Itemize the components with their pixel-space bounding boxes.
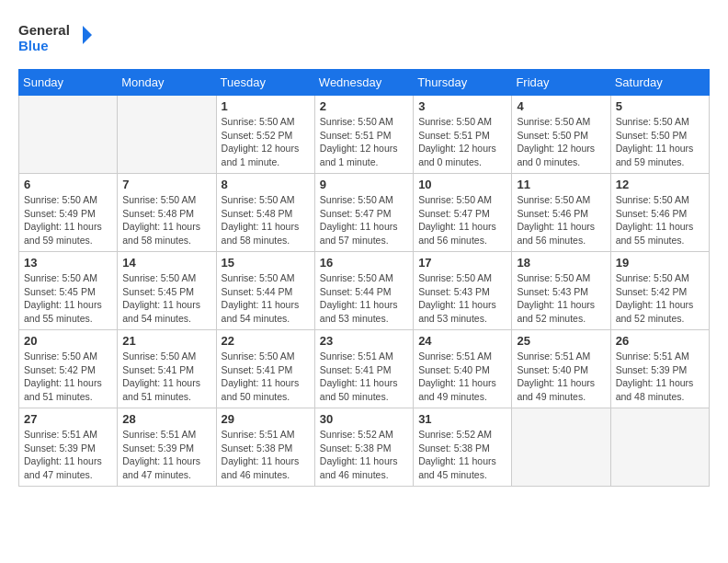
calendar-cell: 25Sunrise: 5:51 AM Sunset: 5:40 PM Dayli… bbox=[512, 330, 610, 408]
day-number: 9 bbox=[320, 178, 408, 191]
calendar-cell: 18Sunrise: 5:50 AM Sunset: 5:43 PM Dayli… bbox=[512, 252, 610, 330]
day-of-week-header: Monday bbox=[118, 70, 216, 96]
calendar-cell: 1Sunrise: 5:50 AM Sunset: 5:52 PM Daylig… bbox=[216, 96, 314, 174]
day-number: 30 bbox=[320, 412, 408, 426]
day-info: Sunrise: 5:50 AM Sunset: 5:50 PM Dayligh… bbox=[616, 115, 704, 169]
calendar-cell: 3Sunrise: 5:50 AM Sunset: 5:51 PM Daylig… bbox=[414, 96, 512, 174]
day-number: 22 bbox=[222, 334, 310, 348]
week-row: 6Sunrise: 5:50 AM Sunset: 5:49 PM Daylig… bbox=[19, 174, 710, 252]
day-info: Sunrise: 5:52 AM Sunset: 5:38 PM Dayligh… bbox=[320, 428, 408, 482]
week-row: 13Sunrise: 5:50 AM Sunset: 5:45 PM Dayli… bbox=[19, 252, 710, 330]
day-number: 1 bbox=[222, 99, 310, 113]
day-info: Sunrise: 5:51 AM Sunset: 5:39 PM Dayligh… bbox=[24, 428, 112, 482]
logo: General Blue bbox=[18, 18, 92, 60]
day-info: Sunrise: 5:50 AM Sunset: 5:46 PM Dayligh… bbox=[616, 193, 704, 247]
day-info: Sunrise: 5:50 AM Sunset: 5:44 PM Dayligh… bbox=[320, 271, 408, 326]
calendar-cell: 21Sunrise: 5:50 AM Sunset: 5:41 PM Dayli… bbox=[118, 330, 216, 408]
day-info: Sunrise: 5:50 AM Sunset: 5:50 PM Dayligh… bbox=[517, 115, 605, 169]
day-number: 20 bbox=[24, 334, 112, 348]
day-info: Sunrise: 5:50 AM Sunset: 5:42 PM Dayligh… bbox=[24, 350, 112, 404]
calendar-cell: 27Sunrise: 5:51 AM Sunset: 5:39 PM Dayli… bbox=[19, 408, 118, 487]
day-info: Sunrise: 5:50 AM Sunset: 5:43 PM Dayligh… bbox=[418, 271, 506, 326]
calendar-cell: 30Sunrise: 5:52 AM Sunset: 5:38 PM Dayli… bbox=[314, 408, 413, 487]
day-info: Sunrise: 5:51 AM Sunset: 5:40 PM Dayligh… bbox=[517, 350, 605, 404]
day-number: 15 bbox=[222, 256, 310, 270]
day-number: 18 bbox=[517, 256, 605, 270]
calendar-cell: 8Sunrise: 5:50 AM Sunset: 5:48 PM Daylig… bbox=[216, 174, 314, 252]
day-info: Sunrise: 5:50 AM Sunset: 5:41 PM Dayligh… bbox=[222, 350, 310, 404]
calendar: SundayMondayTuesdayWednesdayThursdayFrid… bbox=[18, 69, 710, 487]
day-number: 16 bbox=[320, 256, 408, 270]
logo-svg: General Blue bbox=[18, 18, 92, 60]
calendar-cell: 7Sunrise: 5:50 AM Sunset: 5:48 PM Daylig… bbox=[118, 174, 216, 252]
day-info: Sunrise: 5:50 AM Sunset: 5:51 PM Dayligh… bbox=[418, 115, 506, 169]
day-info: Sunrise: 5:50 AM Sunset: 5:51 PM Dayligh… bbox=[320, 115, 408, 169]
svg-marker-2 bbox=[83, 26, 92, 44]
day-number: 21 bbox=[122, 334, 210, 348]
day-info: Sunrise: 5:50 AM Sunset: 5:47 PM Dayligh… bbox=[418, 193, 506, 247]
day-number: 11 bbox=[517, 178, 605, 191]
day-info: Sunrise: 5:51 AM Sunset: 5:39 PM Dayligh… bbox=[122, 428, 210, 482]
day-number: 26 bbox=[616, 334, 704, 348]
day-number: 31 bbox=[418, 412, 506, 426]
day-of-week-header: Sunday bbox=[19, 70, 118, 96]
calendar-cell: 29Sunrise: 5:51 AM Sunset: 5:38 PM Dayli… bbox=[216, 408, 314, 487]
day-of-week-header: Thursday bbox=[414, 70, 512, 96]
day-info: Sunrise: 5:51 AM Sunset: 5:40 PM Dayligh… bbox=[418, 350, 506, 404]
calendar-cell bbox=[118, 96, 216, 174]
day-info: Sunrise: 5:50 AM Sunset: 5:45 PM Dayligh… bbox=[122, 271, 210, 326]
svg-text:General: General bbox=[18, 22, 70, 38]
day-number: 2 bbox=[320, 99, 408, 113]
day-of-week-header: Tuesday bbox=[216, 70, 314, 96]
calendar-cell: 5Sunrise: 5:50 AM Sunset: 5:50 PM Daylig… bbox=[610, 96, 709, 174]
day-number: 7 bbox=[122, 178, 210, 191]
day-info: Sunrise: 5:51 AM Sunset: 5:38 PM Dayligh… bbox=[222, 428, 310, 482]
calendar-cell: 23Sunrise: 5:51 AM Sunset: 5:41 PM Dayli… bbox=[314, 330, 413, 408]
calendar-cell: 22Sunrise: 5:50 AM Sunset: 5:41 PM Dayli… bbox=[216, 330, 314, 408]
calendar-cell: 2Sunrise: 5:50 AM Sunset: 5:51 PM Daylig… bbox=[314, 96, 413, 174]
calendar-cell: 9Sunrise: 5:50 AM Sunset: 5:47 PM Daylig… bbox=[314, 174, 413, 252]
calendar-cell bbox=[610, 408, 709, 487]
day-number: 29 bbox=[222, 412, 310, 426]
day-number: 23 bbox=[320, 334, 408, 348]
calendar-cell: 19Sunrise: 5:50 AM Sunset: 5:42 PM Dayli… bbox=[610, 252, 709, 330]
week-row: 20Sunrise: 5:50 AM Sunset: 5:42 PM Dayli… bbox=[19, 330, 710, 408]
day-info: Sunrise: 5:50 AM Sunset: 5:41 PM Dayligh… bbox=[122, 350, 210, 404]
calendar-cell: 26Sunrise: 5:51 AM Sunset: 5:39 PM Dayli… bbox=[610, 330, 709, 408]
day-number: 3 bbox=[418, 99, 506, 113]
calendar-cell: 6Sunrise: 5:50 AM Sunset: 5:49 PM Daylig… bbox=[19, 174, 118, 252]
day-info: Sunrise: 5:50 AM Sunset: 5:52 PM Dayligh… bbox=[222, 115, 310, 169]
calendar-cell bbox=[512, 408, 610, 487]
day-info: Sunrise: 5:50 AM Sunset: 5:44 PM Dayligh… bbox=[222, 271, 310, 326]
calendar-cell: 4Sunrise: 5:50 AM Sunset: 5:50 PM Daylig… bbox=[512, 96, 610, 174]
calendar-cell: 17Sunrise: 5:50 AM Sunset: 5:43 PM Dayli… bbox=[414, 252, 512, 330]
day-number: 19 bbox=[616, 256, 704, 270]
day-info: Sunrise: 5:50 AM Sunset: 5:42 PM Dayligh… bbox=[616, 271, 704, 326]
day-info: Sunrise: 5:50 AM Sunset: 5:43 PM Dayligh… bbox=[517, 271, 605, 326]
calendar-cell: 10Sunrise: 5:50 AM Sunset: 5:47 PM Dayli… bbox=[414, 174, 512, 252]
day-info: Sunrise: 5:50 AM Sunset: 5:47 PM Dayligh… bbox=[320, 193, 408, 247]
day-number: 4 bbox=[517, 99, 605, 113]
days-header-row: SundayMondayTuesdayWednesdayThursdayFrid… bbox=[19, 70, 710, 96]
day-of-week-header: Saturday bbox=[610, 70, 709, 96]
day-number: 27 bbox=[24, 412, 112, 426]
day-number: 10 bbox=[418, 178, 506, 191]
day-info: Sunrise: 5:51 AM Sunset: 5:41 PM Dayligh… bbox=[320, 350, 408, 404]
calendar-cell: 15Sunrise: 5:50 AM Sunset: 5:44 PM Dayli… bbox=[216, 252, 314, 330]
day-number: 14 bbox=[122, 256, 210, 270]
day-info: Sunrise: 5:50 AM Sunset: 5:48 PM Dayligh… bbox=[222, 193, 310, 247]
week-row: 27Sunrise: 5:51 AM Sunset: 5:39 PM Dayli… bbox=[19, 408, 710, 487]
calendar-cell: 14Sunrise: 5:50 AM Sunset: 5:45 PM Dayli… bbox=[118, 252, 216, 330]
day-info: Sunrise: 5:50 AM Sunset: 5:49 PM Dayligh… bbox=[24, 193, 112, 247]
day-number: 8 bbox=[222, 178, 310, 191]
day-number: 13 bbox=[24, 256, 112, 270]
day-number: 28 bbox=[122, 412, 210, 426]
page-header: General Blue bbox=[18, 18, 710, 60]
day-number: 24 bbox=[418, 334, 506, 348]
day-number: 17 bbox=[418, 256, 506, 270]
calendar-cell: 31Sunrise: 5:52 AM Sunset: 5:38 PM Dayli… bbox=[414, 408, 512, 487]
svg-text:Blue: Blue bbox=[18, 38, 49, 53]
calendar-cell: 16Sunrise: 5:50 AM Sunset: 5:44 PM Dayli… bbox=[314, 252, 413, 330]
day-info: Sunrise: 5:50 AM Sunset: 5:46 PM Dayligh… bbox=[517, 193, 605, 247]
day-number: 25 bbox=[517, 334, 605, 348]
